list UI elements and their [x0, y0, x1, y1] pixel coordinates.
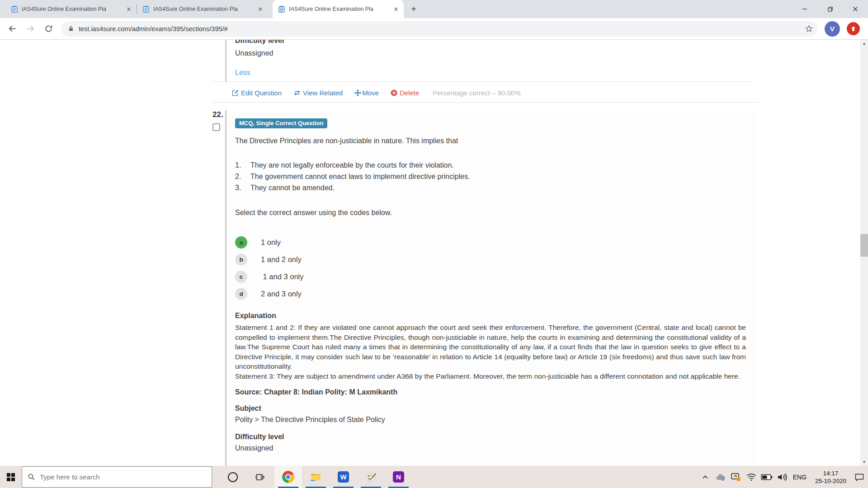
taskbar-paint-button[interactable]	[357, 466, 385, 488]
option-key-badge: a	[235, 236, 247, 249]
view-related-button[interactable]: View Related	[293, 89, 343, 97]
tab-close-icon[interactable]: ✕	[256, 5, 264, 13]
statement-item: 3. They cannot be amended.	[235, 182, 746, 193]
start-button[interactable]	[0, 466, 22, 488]
less-link[interactable]: Less	[235, 68, 250, 78]
previous-question-details: Difficulty level Unassigned Less	[212, 40, 754, 82]
windows-logo-icon	[7, 473, 15, 481]
subject-value: Polity > The Directive Principles of Sta…	[235, 415, 746, 425]
question-block: 22. MCQ, Single Correct Question The Dir…	[212, 110, 754, 466]
statement-item: 1. They are not legally enforceable by t…	[235, 160, 746, 171]
difficulty-value: Unassigned	[235, 48, 746, 58]
tray-expand-chevron[interactable]	[698, 466, 712, 488]
edit-icon	[232, 89, 239, 96]
edit-question-button[interactable]: Edit Question	[232, 89, 282, 97]
browser-tab-bar: IAS4Sure Online Examination Pla ✕ IAS4Su…	[0, 0, 868, 18]
new-tab-button[interactable]: +	[407, 3, 420, 15]
action-center-icon[interactable]	[853, 466, 866, 488]
option-key-badge: b	[235, 253, 247, 266]
vertical-scrollbar[interactable]: ▲ ▼	[860, 40, 868, 466]
language-indicator[interactable]: ENG	[791, 474, 809, 481]
clipboard-favicon-icon	[278, 5, 285, 13]
onenote-icon: N	[393, 471, 404, 483]
difficulty-value: Unassigned	[235, 443, 746, 453]
tab-close-icon[interactable]: ✕	[125, 5, 133, 13]
taskbar-chrome-button[interactable]	[274, 466, 302, 488]
section-divider	[212, 102, 760, 103]
url-input[interactable]	[79, 25, 801, 33]
window-close-button[interactable]	[843, 0, 868, 18]
clock-date: 25-10-2020	[815, 477, 846, 485]
scroll-down-arrow[interactable]: ▼	[860, 458, 868, 466]
profile-avatar[interactable]: V	[825, 21, 840, 37]
clipboard-favicon-icon	[142, 5, 150, 13]
omnibox[interactable]	[61, 21, 817, 37]
source-line: Source: Chapter 8: Indian Polity: M Laxm…	[235, 387, 746, 397]
explanation-text: Statement 1 and 2: If they are violated …	[235, 323, 746, 381]
tab-title: IAS4Sure Online Examination Pla	[153, 6, 253, 12]
system-tray: ENG 14:17 25-10-2020	[698, 466, 868, 488]
paint-palette-icon	[365, 471, 377, 483]
explanation-heading: Explanation	[235, 311, 746, 321]
device-notification-icon[interactable]	[729, 466, 743, 488]
taskbar-word-button[interactable]: W	[330, 466, 357, 488]
taskbar-clock[interactable]: 14:17 25-10-2020	[811, 469, 851, 485]
scrollbar-thumb[interactable]	[860, 234, 868, 257]
screen: IAS4Sure Online Examination Pla ✕ IAS4Su…	[0, 0, 868, 488]
scroll-up-arrow[interactable]: ▲	[860, 40, 868, 47]
padlock-icon	[68, 25, 74, 32]
option-c[interactable]: c 1 and 3 only	[235, 271, 746, 283]
window-minimize-button[interactable]	[792, 0, 817, 18]
browser-tab-2[interactable]: IAS4Sure Online Examination Pla ✕	[137, 0, 268, 18]
open-app-indicator	[388, 487, 409, 488]
browser-toolbar: V	[0, 18, 868, 40]
file-explorer-icon	[310, 471, 322, 483]
difficulty-label: Difficulty level	[235, 432, 746, 442]
delete-circle-icon	[391, 89, 397, 96]
move-button[interactable]: Move	[354, 89, 379, 97]
option-b[interactable]: b 1 and 2 only	[235, 253, 746, 266]
back-button[interactable]	[5, 21, 20, 37]
option-a[interactable]: a 1 only	[235, 236, 746, 249]
open-app-indicator	[306, 487, 326, 488]
battery-icon[interactable]	[760, 466, 774, 488]
window-restore-button[interactable]	[817, 0, 843, 18]
word-icon: W	[338, 471, 349, 483]
delete-button[interactable]: Delete	[391, 89, 419, 97]
taskbar-search-box[interactable]	[22, 466, 212, 488]
task-view-button[interactable]	[249, 466, 271, 488]
taskbar-search-input[interactable]	[40, 473, 206, 481]
browser-tab-1[interactable]: IAS4Sure Online Examination Pla ✕	[5, 0, 137, 18]
question-number: 22.	[212, 110, 225, 119]
tab-close-icon[interactable]: ✕	[392, 5, 400, 13]
volume-icon[interactable]	[775, 466, 789, 488]
browser-tab-3-active[interactable]: IAS4Sure Online Examination Pla ✕	[273, 0, 404, 18]
options-list: a 1 only b 1 and 2 only c 1 and 3 only	[235, 236, 746, 300]
onedrive-cloud-icon[interactable]	[714, 466, 727, 488]
move-arrows-icon	[354, 89, 361, 96]
percentage-correct-text: Percentage correct – 90.00%	[433, 89, 520, 97]
question-select-checkbox[interactable]	[212, 123, 220, 131]
cortana-button[interactable]	[222, 466, 244, 488]
bookmark-star-icon[interactable]	[805, 25, 813, 33]
page-content: Difficulty level Unassigned Less Edit Qu…	[0, 40, 868, 466]
taskbar-file-explorer-button[interactable]	[302, 466, 330, 488]
question-action-row: Edit Question View Related Move	[232, 89, 754, 97]
forward-button[interactable]	[23, 21, 38, 37]
option-d[interactable]: d 2 and 3 only	[235, 288, 746, 300]
option-key-badge: c	[235, 271, 247, 283]
windows-taskbar: W N	[0, 466, 868, 488]
taskbar-onenote-button[interactable]: N	[385, 466, 412, 488]
open-app-indicator	[361, 487, 381, 488]
subject-label: Subject	[235, 404, 746, 413]
difficulty-label: Difficulty level	[235, 40, 746, 46]
reload-button[interactable]	[41, 21, 56, 37]
tab-title: IAS4Sure Online Examination Pla	[22, 6, 121, 12]
wifi-icon[interactable]	[745, 466, 758, 488]
clock-time: 14:17	[815, 469, 846, 477]
cortana-icon	[228, 472, 238, 482]
exchange-arrows-icon	[293, 89, 301, 96]
browser-update-icon[interactable]	[847, 22, 860, 35]
window-controls	[792, 0, 868, 18]
option-key-badge: d	[235, 288, 247, 300]
